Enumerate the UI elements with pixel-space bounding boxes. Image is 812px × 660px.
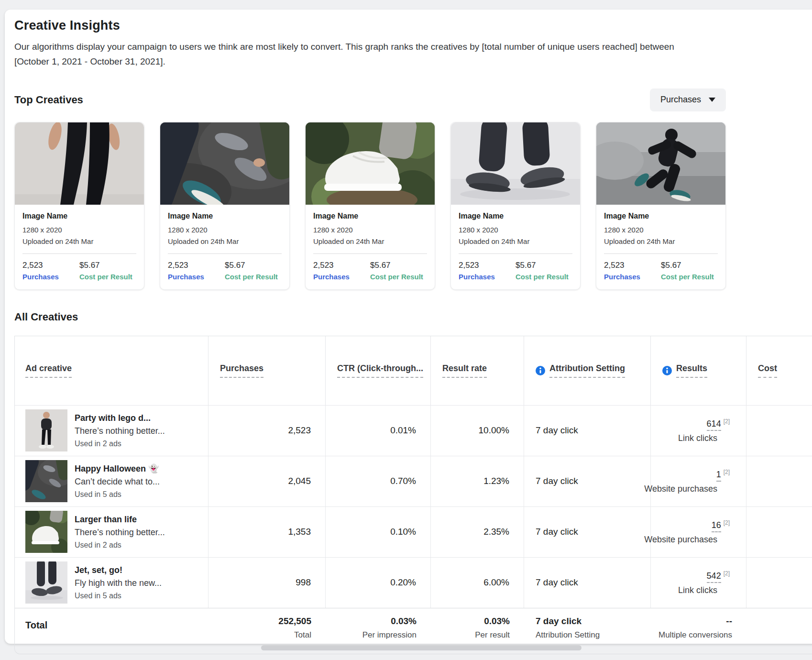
ad-usage: Used in 2 ads (75, 438, 165, 450)
all-creatives-table: Ad creative Purchases CTR (Click-through… (14, 336, 812, 654)
results-cell: 16[2] Website purchases (651, 507, 746, 557)
creative-image-name: Image Name (604, 212, 718, 220)
metric-selector-value: Purchases (660, 95, 701, 105)
info-icon[interactable] (662, 366, 672, 375)
result-rate-cell: 10.00% (431, 406, 524, 456)
creative-insights-panel: Creative Insights Our algorithms display… (5, 10, 812, 644)
creative-dimensions: 1280 x 2020 (604, 224, 718, 236)
attribution-cell: 7 day click (524, 507, 651, 557)
table-row: Happy Halloween 👻 Can’t decide what to..… (15, 456, 812, 506)
divider (459, 253, 572, 254)
total-purchases-sub: Total (294, 630, 311, 640)
ctr-cell: 0.20% (326, 558, 431, 608)
creative-upload-date: Uploaded on 24th Mar (168, 236, 282, 247)
results-value[interactable]: 614 (707, 419, 721, 431)
table-row: Larger than life There’s nothing better.… (15, 506, 812, 557)
cost-cell (746, 406, 812, 456)
table-header-row: Ad creative Purchases CTR (Click-through… (15, 336, 812, 405)
ad-thumbnail-grey-sneakers (25, 561, 67, 604)
column-header-ad-creative[interactable]: Ad creative (25, 363, 72, 378)
column-header-purchases[interactable]: Purchases (220, 363, 263, 378)
cost-per-result-label: Cost per Result (79, 273, 136, 281)
purchases-value: 2,523 (604, 261, 661, 270)
ad-subtitle: Can’t decide what to... (75, 475, 160, 488)
results-value[interactable]: 542 (707, 571, 721, 583)
cost-per-result-label: Cost per Result (516, 273, 572, 281)
info-icon[interactable] (536, 366, 545, 375)
metric-selector-dropdown[interactable]: Purchases (650, 88, 726, 111)
creative-image-name: Image Name (22, 212, 136, 220)
creative-photo-grey-sneakers (451, 122, 580, 205)
total-result-rate: 0.03% (484, 616, 510, 627)
total-attribution: 7 day click (536, 616, 582, 627)
footnote-marker: [2] (724, 570, 730, 577)
results-value[interactable]: 16 (712, 520, 721, 532)
purchases-cell: 998 (208, 558, 326, 608)
results-value[interactable]: 1 (716, 470, 721, 482)
total-results: -- (726, 616, 732, 627)
purchases-cell: 1,353 (208, 507, 326, 557)
creative-upload-date: Uploaded on 24th Mar (604, 236, 718, 247)
ad-usage: Used in 2 ads (75, 539, 165, 551)
horizontal-scrollbar-thumb[interactable] (261, 645, 582, 650)
divider (168, 253, 282, 254)
attribution-cell: 7 day click (524, 558, 651, 608)
column-header-attribution[interactable]: Attribution Setting (549, 363, 625, 378)
purchases-value: 2,523 (313, 261, 370, 270)
purchases-value: 2,523 (22, 261, 79, 270)
creative-image-name: Image Name (459, 212, 572, 220)
total-result-rate-sub: Per result (475, 630, 510, 640)
column-header-cost[interactable]: Cost (758, 363, 777, 378)
purchases-value: 2,523 (168, 261, 225, 270)
cost-per-result-value: $5.67 (516, 261, 572, 270)
cost-per-result-label: Cost per Result (661, 273, 718, 281)
page-description: Our algorithms display your campaign to … (14, 40, 710, 69)
cost-per-result-label: Cost per Result (225, 273, 282, 281)
result-rate-cell: 1.23% (431, 456, 524, 506)
ad-thumbnail-white-sneaker (25, 511, 67, 553)
attribution-cell: 7 day click (524, 406, 651, 456)
purchases-label: Purchases (168, 273, 225, 281)
attribution-cell: 7 day click (524, 456, 651, 506)
footnote-marker: [2] (724, 469, 730, 475)
creative-dimensions: 1280 x 2020 (168, 224, 282, 236)
ad-subtitle: There’s nothing better... (75, 526, 165, 539)
creative-photo-white-sneaker (306, 122, 435, 205)
total-ctr: 0.03% (391, 616, 417, 627)
cost-per-result-value: $5.67 (79, 261, 136, 270)
ctr-cell: 0.70% (326, 456, 431, 506)
top-creatives-heading: Top Creatives (14, 94, 83, 106)
divider (22, 253, 136, 254)
creative-dimensions: 1280 x 2020 (459, 224, 572, 236)
creative-dimensions: 1280 x 2020 (313, 224, 427, 236)
purchases-cell: 2,045 (208, 456, 326, 506)
cost-per-result-label: Cost per Result (370, 273, 427, 281)
total-label: Total (15, 608, 208, 654)
purchases-cell: 2,523 (208, 406, 326, 456)
total-purchases: 252,505 (278, 616, 311, 627)
ad-usage: Used in 5 ads (75, 489, 160, 500)
column-header-results[interactable]: Results (676, 363, 707, 378)
total-ctr-sub: Per impression (362, 630, 417, 640)
cost-cell (746, 558, 812, 608)
ad-thumbnail-leggings (25, 409, 67, 451)
footnote-marker: [2] (724, 519, 730, 526)
purchases-label: Purchases (604, 273, 661, 281)
creative-photo-black-leggings (15, 122, 144, 205)
creative-image-name: Image Name (168, 212, 282, 220)
creative-card: Image Name 1280 x 2020 Uploaded on 24th … (14, 122, 144, 290)
creative-card: Image Name 1280 x 2020 Uploaded on 24th … (305, 122, 435, 290)
results-cell: 542[2] Link clicks (651, 558, 746, 608)
result-rate-cell: 2.35% (431, 507, 524, 557)
purchases-label: Purchases (459, 273, 516, 281)
creative-card: Image Name 1280 x 2020 Uploaded on 24th … (450, 122, 581, 290)
column-header-ctr[interactable]: CTR (Click-through... (337, 363, 423, 378)
creative-upload-date: Uploaded on 24th Mar (313, 236, 427, 247)
cost-per-result-value: $5.67 (661, 261, 718, 270)
purchases-label: Purchases (22, 273, 79, 281)
cost-cell (746, 456, 812, 506)
creative-upload-date: Uploaded on 24th Mar (22, 236, 136, 247)
column-header-result-rate[interactable]: Result rate (442, 363, 487, 378)
creative-upload-date: Uploaded on 24th Mar (459, 236, 572, 247)
ad-title: Party with lego d... (75, 412, 165, 425)
